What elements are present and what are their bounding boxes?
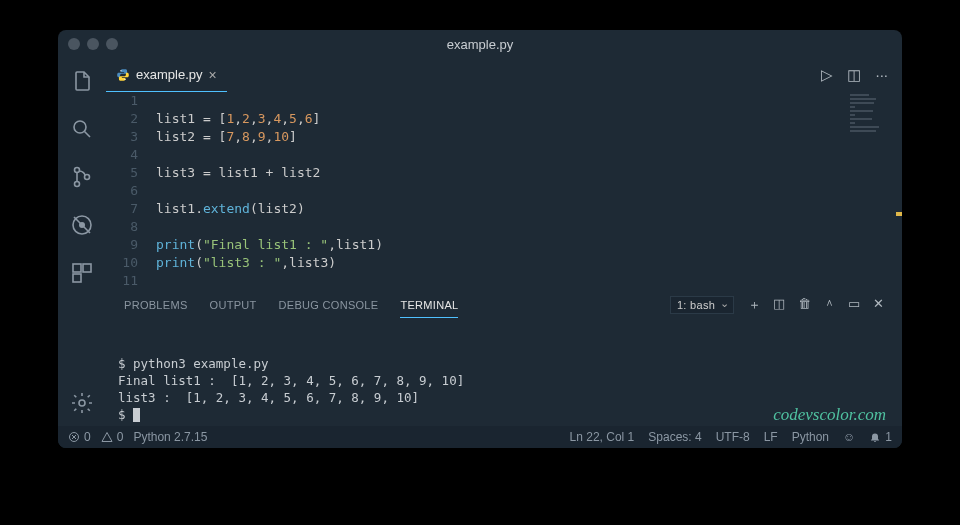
panel-tab-output[interactable]: OUTPUT [210, 299, 257, 311]
code-editor[interactable]: 1234567891011 list1 = [1,2,3,4,5,6]list2… [106, 92, 902, 288]
maximize-panel-up-button[interactable]: ＾ [823, 296, 836, 314]
svg-point-9 [79, 400, 85, 406]
status-bar: 0 0 Python 2.7.15 Ln 22, Col 1 Spaces: 4… [58, 426, 902, 448]
status-python-version[interactable]: Python 2.7.15 [133, 430, 207, 444]
status-encoding[interactable]: UTF-8 [716, 430, 750, 444]
tab-bar: example.py × ▷ ◫ ··· [106, 58, 902, 92]
kill-terminal-button[interactable]: 🗑 [798, 296, 811, 314]
status-cursor-pos[interactable]: Ln 22, Col 1 [570, 430, 635, 444]
explorer-icon[interactable] [69, 68, 95, 94]
close-dot[interactable] [68, 38, 80, 50]
svg-point-1 [75, 168, 80, 173]
extensions-icon[interactable] [69, 260, 95, 286]
titlebar: example.py [58, 30, 902, 58]
svg-rect-8 [73, 274, 81, 282]
code-content[interactable]: list1 = [1,2,3,4,5,6]list2 = [7,8,9,10]l… [156, 92, 902, 288]
terminal-selector[interactable]: 1: bash [670, 296, 734, 314]
tab-label: example.py [136, 67, 202, 82]
toggle-panel-button[interactable]: ▭ [848, 296, 860, 314]
line-gutter: 1234567891011 [106, 92, 156, 288]
svg-point-11 [124, 78, 125, 79]
svg-point-0 [74, 121, 86, 133]
run-button[interactable]: ▷ [821, 66, 833, 84]
panel-tab-terminal[interactable]: TERMINAL [400, 299, 458, 318]
terminal-content[interactable]: $ python3 example.pyFinal list1 : [1, 2,… [106, 321, 902, 426]
new-terminal-button[interactable]: ＋ [748, 296, 761, 314]
close-tab-icon[interactable]: × [208, 67, 216, 83]
minimize-dot[interactable] [87, 38, 99, 50]
status-feedback-icon[interactable]: ☺ [843, 430, 855, 444]
svg-rect-6 [73, 264, 81, 272]
status-indent[interactable]: Spaces: 4 [648, 430, 701, 444]
minimap[interactable] [850, 94, 898, 134]
editor-area: example.py × ▷ ◫ ··· 1234567891011 list1… [106, 58, 902, 426]
more-actions-button[interactable]: ··· [875, 66, 888, 84]
tab-example-py[interactable]: example.py × [106, 58, 227, 92]
source-control-icon[interactable] [69, 164, 95, 190]
window-title: example.py [447, 37, 513, 52]
svg-point-10 [120, 70, 121, 71]
status-errors[interactable]: 0 [68, 430, 91, 444]
activity-bar [58, 58, 106, 426]
status-eol[interactable]: LF [764, 430, 778, 444]
close-panel-button[interactable]: ✕ [873, 296, 884, 314]
traffic-lights [68, 38, 118, 50]
svg-point-5 [79, 222, 85, 228]
panel-tab-problems[interactable]: PROBLEMS [124, 299, 188, 311]
editor-actions: ▷ ◫ ··· [821, 66, 902, 84]
split-editor-button[interactable]: ◫ [847, 66, 861, 84]
status-language[interactable]: Python [792, 430, 829, 444]
svg-rect-7 [83, 264, 91, 272]
panel-tabs: PROBLEMS OUTPUT DEBUG CONSOLE TERMINAL 1… [106, 289, 902, 321]
main-area: example.py × ▷ ◫ ··· 1234567891011 list1… [58, 58, 902, 426]
panel-toolbar: 1: bash ＋ ◫ 🗑 ＾ ▭ ✕ [670, 296, 884, 314]
debug-icon[interactable] [69, 212, 95, 238]
status-warnings[interactable]: 0 [101, 430, 124, 444]
python-file-icon [116, 68, 130, 82]
svg-point-2 [75, 182, 80, 187]
watermark: codevscolor.com [773, 406, 886, 423]
vscode-window: example.py [58, 30, 902, 448]
status-notifications[interactable]: 1 [869, 430, 892, 444]
bottom-panel: PROBLEMS OUTPUT DEBUG CONSOLE TERMINAL 1… [106, 288, 902, 426]
settings-gear-icon[interactable] [69, 390, 95, 416]
split-terminal-button[interactable]: ◫ [773, 296, 785, 314]
search-icon[interactable] [69, 116, 95, 142]
panel-tab-debug[interactable]: DEBUG CONSOLE [279, 299, 379, 311]
zoom-dot[interactable] [106, 38, 118, 50]
